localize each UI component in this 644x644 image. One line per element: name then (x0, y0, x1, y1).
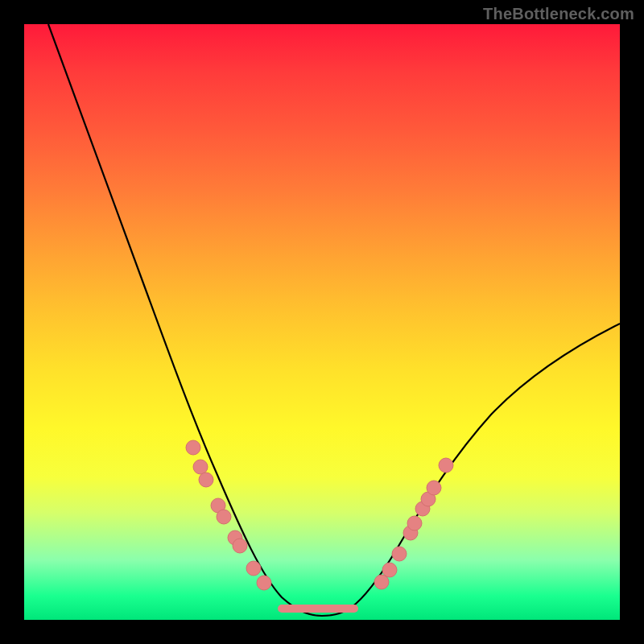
marker-dot (392, 547, 407, 561)
bottleneck-curve (48, 24, 620, 616)
marker-dot (427, 481, 441, 495)
marker-dot (199, 473, 213, 487)
marker-dot (246, 561, 261, 576)
chart-svg (24, 24, 620, 620)
watermark-text: TheBottleneck.com (483, 5, 634, 23)
marker-dot (186, 440, 200, 455)
marker-dot (217, 510, 231, 524)
marker-dot (407, 516, 422, 530)
marker-dot (193, 460, 208, 474)
marker-dot (257, 576, 271, 590)
chart-frame: TheBottleneck.com (0, 0, 644, 644)
marker-dot (233, 539, 247, 553)
marker-dot (382, 563, 397, 577)
plot-area (24, 24, 620, 620)
marker-dot (439, 458, 453, 473)
left-markers (186, 440, 271, 590)
